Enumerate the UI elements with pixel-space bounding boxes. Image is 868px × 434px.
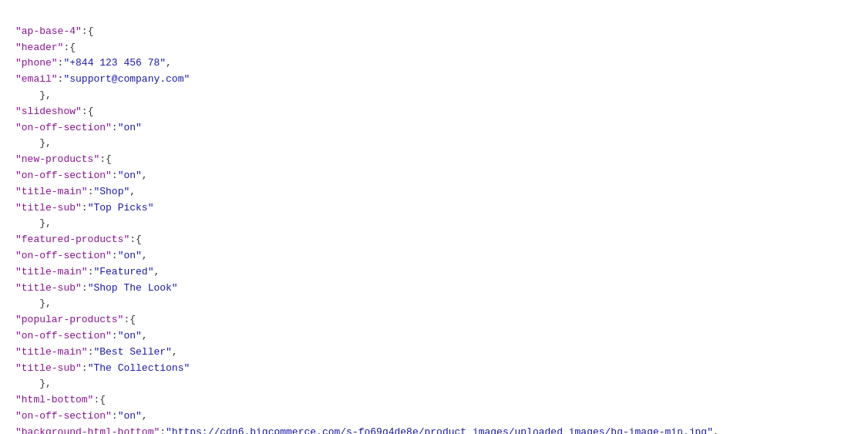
code-line-17: }, [15, 296, 853, 312]
code-line-11: "title-sub":"Top Picks" [15, 200, 853, 217]
code-line-24: "on-off-section":"on", [15, 409, 853, 425]
code-line-18: "popular-products":{ [15, 312, 853, 328]
code-line-19: "on-off-section":"on", [15, 328, 853, 345]
code-line-22: }, [15, 376, 853, 392]
code-line-5: "slideshow":{ [15, 104, 853, 120]
code-line-4: }, [15, 88, 853, 104]
code-line-12: }, [15, 216, 853, 232]
code-line-20: "title-main":"Best Seller", [15, 345, 853, 361]
code-line-7: }, [15, 136, 853, 152]
code-content: "ap-base-4":{ "header":{ "phone":"+844 1… [15, 24, 853, 434]
code-line-0: "ap-base-4":{ [15, 24, 853, 40]
code-line-6: "on-off-section":"on" [15, 120, 853, 136]
code-line-14: "on-off-section":"on", [15, 248, 853, 264]
code-line-8: "new-products":{ [15, 152, 853, 168]
code-line-21: "title-sub":"The Collections" [15, 361, 853, 377]
code-line-9: "on-off-section":"on", [15, 168, 853, 184]
code-line-25: "background-html-bottom":"https://cdn6.b… [15, 425, 853, 434]
code-line-16: "title-sub":"Shop The Look" [15, 281, 853, 297]
code-line-1: "header":{ [15, 40, 853, 56]
code-line-23: "html-bottom":{ [15, 392, 853, 409]
code-line-10: "title-main":"Shop", [15, 184, 853, 200]
code-line-2: "phone":"+844 123 456 78", [15, 56, 853, 72]
featured-products-key: "featured-products" [15, 232, 130, 248]
code-line-3: "email":"support@company.com" [15, 72, 853, 88]
code-editor: "ap-base-4":{ "header":{ "phone":"+844 1… [0, 0, 868, 434]
code-line-15: "title-main":"Featured", [15, 264, 853, 281]
featured-products-line: "featured-products":{ [15, 232, 853, 248]
